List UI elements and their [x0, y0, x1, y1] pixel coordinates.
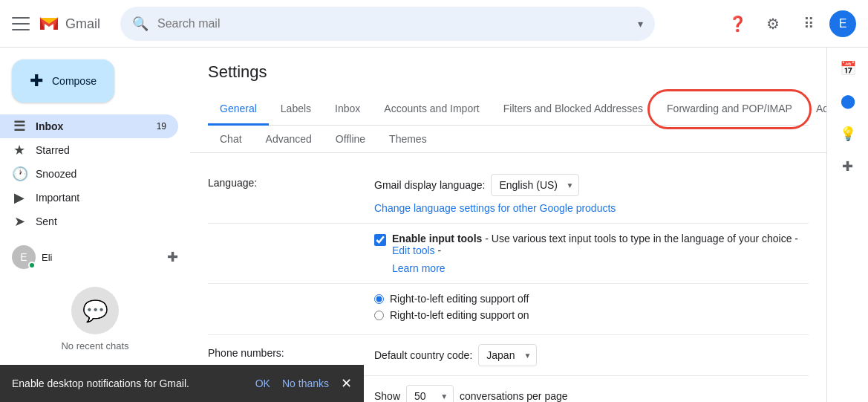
input-tools-desc: - Use various text input tools to type i… — [485, 233, 798, 244]
add-panel-icon[interactable]: ✚ — [833, 152, 863, 181]
sidebar-item-label: Snoozed — [36, 168, 76, 180]
rtl-control: Right-to-left editing support off Right-… — [374, 293, 809, 325]
top-bar-actions: ❓ ⚙ ⠿ E — [722, 9, 856, 39]
inbox-icon: ☰ — [12, 118, 27, 134]
language-select-wrapper: English (US) — [491, 174, 579, 196]
subtab-chat[interactable]: Chat — [208, 126, 254, 152]
rtl-row: Right-to-left editing support off Right-… — [208, 284, 809, 335]
sidebar-item-snoozed[interactable]: 🕐 Snoozed — [0, 162, 178, 186]
input-tools-text: Enable input tools - Use various text in… — [392, 233, 809, 256]
display-language-label: Gmail display language: — [374, 179, 485, 191]
country-select[interactable]: Japan — [478, 344, 537, 366]
rtl-off-row: Right-to-left editing support off — [374, 293, 809, 305]
help-button[interactable]: ❓ — [722, 9, 752, 39]
notification-text: Enable desktop notifications for Gmail. — [12, 377, 244, 389]
important-icon: ▶ — [12, 189, 27, 206]
chat-status-dot — [28, 262, 36, 269]
search-input[interactable] — [157, 17, 632, 30]
avatar[interactable]: E — [829, 10, 856, 37]
rtl-on-row: Right-to-left editing support on — [374, 309, 809, 321]
snoozed-icon: 🕐 — [12, 166, 27, 182]
notification-ok-button[interactable]: OK — [255, 377, 270, 389]
search-bar: 🔍 ▾ — [120, 7, 655, 41]
edit-tools-link[interactable]: Edit tools — [392, 244, 435, 256]
sidebar-item-label: Sent — [36, 215, 57, 227]
input-tools-label-empty — [208, 233, 356, 236]
subtab-themes[interactable]: Themes — [377, 126, 439, 152]
sidebar-item-important[interactable]: ▶ Important — [0, 186, 178, 210]
meet-icon[interactable]: ⬤ — [833, 86, 863, 116]
tab-inbox[interactable]: Inbox — [323, 94, 372, 126]
chat-user-name: Eli — [42, 252, 52, 263]
subtab-advanced[interactable]: Advanced — [254, 126, 324, 152]
top-bar: Gmail 🔍 ▾ ❓ ⚙ ⠿ E — [0, 0, 868, 48]
rtl-label-empty — [208, 293, 356, 296]
country-select-wrapper: Japan — [478, 344, 537, 366]
right-sidebar-icons: 📅 ⬤ 💡 ✚ — [826, 48, 868, 402]
settings-title: Settings — [208, 62, 809, 82]
language-select[interactable]: English (US) — [491, 174, 579, 196]
compose-button[interactable]: ✚ Compose — [12, 59, 114, 103]
input-tools-checkbox[interactable] — [374, 234, 386, 246]
page-size-select-wrapper: 50 25 100 — [406, 385, 454, 402]
tab-general[interactable]: General — [208, 94, 269, 126]
settings-button[interactable]: ⚙ — [758, 9, 788, 39]
settings-header: Settings General Labels Inbox Accounts a… — [190, 48, 826, 126]
rtl-off-radio[interactable] — [374, 294, 384, 304]
compose-label: Compose — [52, 75, 97, 87]
main-layout: ✚ Compose ☰ Inbox 19 ★ Starred 🕐 Snoozed… — [0, 48, 868, 402]
per-page-label: conversations per page — [460, 390, 568, 402]
keep-icon[interactable]: 💡 — [833, 119, 863, 149]
svg-text:Gmail: Gmail — [65, 16, 100, 31]
rtl-off-label: Right-to-left editing support off — [390, 293, 529, 305]
change-language-link[interactable]: Change language settings for other Googl… — [374, 202, 616, 214]
show-label: Show — [374, 390, 400, 402]
learn-more-link[interactable]: Learn more — [392, 262, 446, 274]
sidebar-item-sent[interactable]: ➤ Sent — [0, 210, 178, 233]
page-size-control: Show 50 25 100 conversations per page — [374, 385, 809, 402]
page-size-select[interactable]: 50 25 100 — [406, 385, 454, 402]
sidebar-item-label: Starred — [36, 144, 70, 156]
input-tools-control: Enable input tools - Use various text in… — [374, 233, 809, 274]
forwarding-tab-wrap: Forwarding and POP/IMAP — [655, 94, 804, 125]
language-label: Language: — [208, 174, 356, 189]
search-icon: 🔍 — [132, 16, 149, 32]
apps-button[interactable]: ⠿ — [794, 9, 823, 39]
chat-add-icon[interactable]: ✚ — [167, 249, 178, 265]
tab-forwarding[interactable]: Forwarding and POP/IMAP — [655, 94, 804, 126]
country-code-label: Default country code: — [374, 349, 472, 361]
star-icon: ★ — [12, 142, 27, 158]
tab-addons[interactable]: Add-ons — [804, 94, 826, 126]
chat-section: E Eli ✚ — [0, 245, 190, 269]
sidebar-item-label: Important — [36, 192, 79, 204]
chat-user-eli[interactable]: E Eli ✚ — [12, 245, 178, 269]
gmail-logo[interactable]: Gmail — [36, 10, 102, 37]
rtl-on-radio[interactable] — [374, 311, 384, 320]
tab-filters[interactable]: Filters and Blocked Addresses — [492, 94, 655, 126]
sidebar-item-inbox[interactable]: ☰ Inbox 19 — [0, 114, 178, 138]
tab-labels[interactable]: Labels — [269, 94, 323, 126]
phone-control: Default country code: Japan — [374, 344, 809, 366]
phone-numbers-label: Phone numbers: — [208, 344, 356, 359]
input-tools-sep: - — [437, 244, 441, 256]
language-select-row: Gmail display language: English (US) — [374, 174, 809, 196]
input-tools-strong: Enable input tools — [392, 233, 482, 244]
page-size-select-row: Show 50 25 100 conversations per page — [374, 385, 809, 402]
phone-select-row: Default country code: Japan — [374, 344, 809, 366]
input-tools-row: Enable input tools - Use various text in… — [208, 224, 809, 284]
notification-no-thanks-button[interactable]: No thanks — [282, 377, 329, 389]
chat-bubble-icon: 💬 — [71, 287, 119, 334]
language-control: Gmail display language: English (US) Cha… — [374, 174, 809, 214]
search-chevron-icon[interactable]: ▾ — [638, 18, 643, 30]
notification-close-button[interactable]: ✕ — [341, 375, 352, 392]
subtab-offline[interactable]: Offline — [324, 126, 377, 152]
inbox-badge: 19 — [157, 121, 166, 132]
calendar-icon[interactable]: 📅 — [833, 54, 863, 83]
no-chats-area: 💬 No recent chats — [0, 275, 190, 363]
hamburger-menu[interactable] — [12, 15, 30, 33]
tab-accounts-import[interactable]: Accounts and Import — [372, 94, 491, 126]
language-setting-row: Language: Gmail display language: Englis… — [208, 165, 809, 224]
sidebar-item-starred[interactable]: ★ Starred — [0, 138, 178, 162]
chat-avatar: E — [12, 245, 36, 269]
sub-tabs: Chat Advanced Offline Themes — [190, 126, 826, 153]
